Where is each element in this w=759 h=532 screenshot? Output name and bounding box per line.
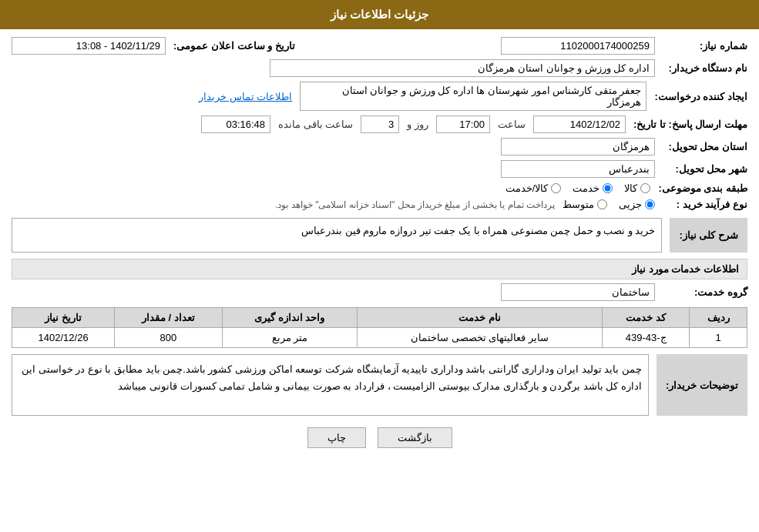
khedmat-label: خدمت <box>573 182 599 194</box>
shomareNiaz-value: 1102000174000259 <box>501 37 655 55</box>
back-button[interactable]: بازگشت <box>378 427 452 448</box>
page-container: جزئیات اطلاعات نیاز شماره نیاز: 11020001… <box>0 0 759 532</box>
ostan-label: استان محل تحویل: <box>663 141 747 152</box>
tosih-section: توضیحات خریدار: چمن باید تولید ایران ودا… <box>12 354 747 416</box>
motavasset-label: متوسط <box>563 199 594 210</box>
khadamat-table: ردیف کد خدمت نام خدمت واحد اندازه گیری ت… <box>12 307 747 348</box>
motavasset-radio[interactable] <box>597 199 607 209</box>
jezvi-label: جزیی <box>619 199 642 210</box>
button-row: بازگشت چاپ <box>12 427 747 448</box>
tabaqe-row: طبقه بندی موضوعی: کالا خدمت کالا/خدمت <box>12 182 747 194</box>
tarikh-elan-label: تاریخ و ساعت اعلان عمومی: <box>173 40 295 52</box>
col-radif: ردیف <box>690 308 747 328</box>
kala-khedmat-radio-item: کالا/خدمت <box>505 182 562 194</box>
shahr-value: بندرعباس <box>501 160 655 178</box>
col-tarikh: تاریخ نیاز <box>12 308 115 328</box>
ostan-row: استان محل تحویل: هرمزگان <box>12 138 747 156</box>
motavasset-radio-item: متوسط <box>563 199 607 210</box>
table-row: 1 ج-43-439 سایر فعالیتهای تخصصی ساختمان … <box>12 328 747 348</box>
cell-nam: سایر فعالیتهای تخصصی ساختمان <box>358 328 603 348</box>
cell-vahed: متر مربع <box>222 328 358 348</box>
jezvi-radio[interactable] <box>645 199 655 209</box>
baghimande-label: ساعت باقی مانده <box>278 119 353 130</box>
baghimande-value: 03:16:48 <box>201 115 270 133</box>
tosih-label: توضیحات خریدار: <box>657 354 747 416</box>
sharh-section: شرح کلی نیاز: خرید و نصب و حمل چمن مصنوع… <box>12 218 747 253</box>
col-tedad: تعداد / مقدار <box>115 308 222 328</box>
kala-label: کالا <box>624 182 637 194</box>
mohlat-row: مهلت ارسال پاسخ: تا تاریخ: 1402/12/02 سا… <box>12 115 747 133</box>
ijadKonande-label: ایجاد کننده درخواست: <box>654 91 747 102</box>
cell-tarikh: 1402/12/26 <box>12 328 115 348</box>
gorohe-khedmat-value: ساختمان <box>501 283 655 301</box>
farayand-label: نوع فرآیند خرید : <box>663 199 747 210</box>
main-content: شماره نیاز: 1102000174000259 تاریخ و ساع… <box>0 29 759 463</box>
farayand-note: پرداخت تمام یا بخشی از مبلغ خریداز محل "… <box>275 199 555 210</box>
cell-radif: 1 <box>690 328 747 348</box>
sharh-label: شرح کلی نیاز: <box>670 218 747 253</box>
tarikh-elan-value: 1402/11/29 - 13:08 <box>12 37 166 55</box>
tosih-value: چمن باید تولید ایران وداراری گارانتی باش… <box>12 354 649 416</box>
saat-value: 17:00 <box>436 115 490 133</box>
page-header: جزئیات اطلاعات نیاز <box>0 0 759 29</box>
saat-label: ساعت <box>498 119 526 130</box>
col-vahed: واحد اندازه گیری <box>222 308 358 328</box>
page-title: جزئیات اطلاعات نیاز <box>331 8 428 21</box>
ijadKonande-value: جعفر متقی کارشناس امور شهرستان ها اداره … <box>300 82 646 111</box>
ijadKonande-row: ایجاد کننده درخواست: جعفر متقی کارشناس ا… <box>12 82 747 111</box>
namDasgah-row: نام دستگاه خریدار: اداره کل ورزش و جوانا… <box>12 59 747 77</box>
cell-kod: ج-43-439 <box>603 328 690 348</box>
khedmat-radio-item: خدمت <box>573 182 613 194</box>
ostan-value: هرمزگان <box>501 138 655 156</box>
etelaatTamas-link[interactable]: اطلاعات تماس خریدار <box>199 91 292 102</box>
namDasgah-value: اداره کل ورزش و جوانان استان هرمزگان <box>270 59 655 77</box>
table-header-row: ردیف کد خدمت نام خدمت واحد اندازه گیری ت… <box>12 308 747 328</box>
col-nam: نام خدمت <box>358 308 603 328</box>
kala-radio[interactable] <box>640 183 650 193</box>
tabaqe-radios: کالا خدمت کالا/خدمت <box>505 182 651 194</box>
col-kod: کد خدمت <box>603 308 690 328</box>
kala-khedmat-radio[interactable] <box>551 183 561 193</box>
kala-radio-item: کالا <box>624 182 650 194</box>
kala-khedmat-label: کالا/خدمت <box>505 182 549 194</box>
print-button[interactable]: چاپ <box>307 427 366 448</box>
shahr-row: شهر محل تحویل: بندرعباس <box>12 160 747 178</box>
gorohe-khedmat-label: گروه خدمت: <box>663 286 747 298</box>
farayand-row: نوع فرآیند خرید : جزیی متوسط پرداخت تمام… <box>12 199 747 210</box>
khadamat-section-title: اطلاعات خدمات مورد نیاز <box>12 259 747 279</box>
khedmat-radio[interactable] <box>603 183 613 193</box>
shomareNiaz-label: شماره نیاز: <box>663 40 747 52</box>
jezvi-radio-item: جزیی <box>619 199 655 210</box>
tabaqe-label: طبقه بندی موضوعی: <box>658 182 747 194</box>
namDasgah-label: نام دستگاه خریدار: <box>663 62 747 74</box>
rooz-value: 3 <box>361 115 399 133</box>
sharh-value: خرید و نصب و حمل چمن مصنوعی همراه با یک … <box>12 218 662 253</box>
date-value: 1402/12/02 <box>533 115 626 133</box>
cell-tedad: 800 <box>115 328 222 348</box>
shomareNiaz-row: شماره نیاز: 1102000174000259 تاریخ و ساع… <box>12 37 747 55</box>
gorohe-khedmat-row: گروه خدمت: ساختمان <box>12 283 747 301</box>
rooz-label: روز و <box>407 119 428 130</box>
mohlat-label: مهلت ارسال پاسخ: تا تاریخ: <box>633 119 747 130</box>
farayand-radios: جزیی متوسط <box>563 199 655 210</box>
shahr-label: شهر محل تحویل: <box>663 163 747 175</box>
